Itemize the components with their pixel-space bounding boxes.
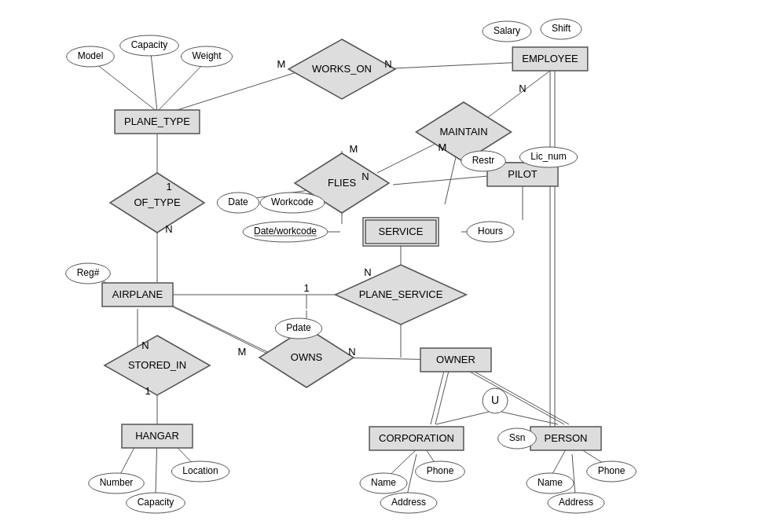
er-diagram-canvas: [0, 0, 778, 532]
